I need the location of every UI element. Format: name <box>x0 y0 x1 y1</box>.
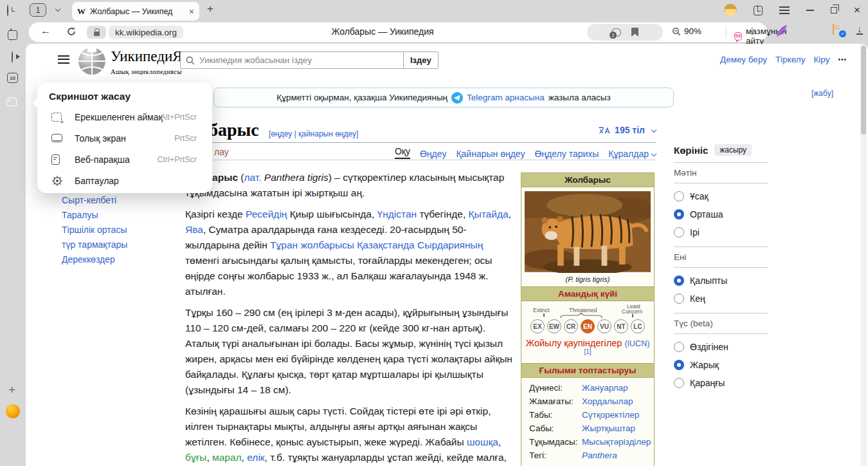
side-panels-icon[interactable] <box>754 6 763 15</box>
browser-tab[interactable]: W Жолбарыс — Уикипед × <box>72 2 199 21</box>
browser-menu-icon[interactable] <box>779 6 790 14</box>
radio-text-small[interactable]: Ұсақ <box>674 191 768 201</box>
wiki-link[interactable]: Ресейдің <box>246 209 287 219</box>
bookmark-icon[interactable] <box>631 28 638 37</box>
wiki-link[interactable]: Үндістан <box>377 209 417 219</box>
tab-counter-chevron-icon[interactable] <box>55 6 60 12</box>
wiki-link[interactable]: Тұран жолбарысы <box>270 239 354 250</box>
toc-item[interactable]: Таралуы <box>62 208 174 222</box>
scrollbar-thumb[interactable] <box>861 46 866 135</box>
menu-item-full-screen[interactable]: Толық экран PrtScr <box>37 127 212 149</box>
tab-edit-source[interactable]: Қайнарын өңдеу <box>456 149 525 159</box>
radio-width-standard[interactable]: Қалыпты <box>674 275 768 286</box>
downloads-icon[interactable]: ↓ <box>856 24 863 35</box>
comments-icon[interactable]: 1 <box>611 28 621 37</box>
appearance-hide-button[interactable]: жасыру <box>714 144 752 156</box>
page-scrollbar[interactable] <box>860 44 867 466</box>
donate-link[interactable]: Демеу беру <box>720 55 767 64</box>
back-icon[interactable]: ← <box>41 25 51 37</box>
radio-icon[interactable] <box>674 378 684 388</box>
document-extension-icon[interactable]: ✓ <box>833 23 834 35</box>
radio-color-dark[interactable]: Қараңғы <box>674 378 768 388</box>
yandex-service-icon[interactable] <box>6 404 20 418</box>
menu-item-capture-area[interactable]: Ерекшеленген аймақ Alt+PrtScr <box>37 106 212 127</box>
taxon-link[interactable]: Мысықтәрізділер <box>582 435 651 449</box>
site-security-chip[interactable] <box>87 26 106 39</box>
wiki-link[interactable]: шошқа <box>467 436 498 447</box>
tab-counter-button[interactable]: 1 <box>30 3 46 17</box>
status-text[interactable]: Жойылу қаупіндегілер <box>526 338 622 348</box>
wikipedia-globe-logo[interactable] <box>77 46 107 76</box>
search-input[interactable] <box>199 55 398 65</box>
reload-icon[interactable] <box>66 26 77 37</box>
header-more-icon[interactable]: ••• <box>838 56 847 63</box>
wiki-link[interactable]: марал <box>212 452 242 463</box>
wiki-search-box[interactable] <box>180 51 404 69</box>
taxon-link[interactable]: Сүтқоректілер <box>582 408 639 422</box>
address-bar[interactable]: ← kk.wikipedia.org Жолбарыс — Уикипедия … <box>29 23 767 42</box>
new-tab-button[interactable]: + <box>207 3 213 15</box>
close-window-button[interactable]: × <box>854 4 860 17</box>
taxon-link[interactable]: Жыртқыштар <box>582 422 635 435</box>
add-panel-button[interactable]: + <box>8 383 15 397</box>
wiki-link[interactable]: Ява <box>185 224 203 235</box>
calendar-icon[interactable]: 10 <box>7 73 18 83</box>
telegram-channel-link[interactable]: Telegram арнасына <box>467 93 545 102</box>
wiki-link[interactable]: лат. <box>244 172 262 183</box>
radio-icon[interactable] <box>674 227 684 238</box>
url-domain[interactable]: kk.wikipedia.org <box>109 26 183 39</box>
wiki-link[interactable]: Сырдарияның <box>417 239 483 250</box>
login-link[interactable]: Кіру <box>813 55 829 64</box>
tab-tools[interactable]: Құралдар <box>608 149 656 159</box>
wikipedia-wordmark[interactable]: УикипедиЯ Ашық энциклопедиясы <box>111 49 183 80</box>
radio-icon[interactable] <box>674 360 684 370</box>
history-icon[interactable] <box>7 5 8 17</box>
wiki-link[interactable]: бұғы <box>185 452 206 463</box>
minimize-button[interactable] <box>806 10 814 11</box>
taxon-link[interactable]: Жануарлар <box>582 381 628 395</box>
wiki-menu-icon[interactable] <box>58 55 69 64</box>
register-link[interactable]: Тіркелу <box>775 55 806 64</box>
banner-close-link[interactable]: [жабу] <box>811 89 833 98</box>
radio-icon[interactable] <box>674 209 684 219</box>
extension-feather-icon[interactable] <box>775 24 789 39</box>
taxon-link[interactable]: Panthera <box>582 449 617 462</box>
radio-icon[interactable] <box>674 191 684 201</box>
toc-item[interactable]: Сырт-келбеті <box>62 193 174 207</box>
language-selector[interactable]: 195 тіл <box>598 125 656 135</box>
tab-read[interactable]: Оқу <box>395 146 410 159</box>
tiger-photo[interactable] <box>525 191 651 273</box>
radio-text-medium[interactable]: Орташа <box>674 209 768 219</box>
toc-item[interactable]: Тіршілік ортасы <box>62 223 174 237</box>
menu-item-settings[interactable]: Баптаулар <box>37 170 212 191</box>
search-button[interactable]: Іздеу <box>403 51 439 69</box>
wiki-link[interactable]: Қазақстанда <box>357 239 415 250</box>
hidden-link-fragment[interactable]: лау <box>214 147 229 157</box>
iucn-link[interactable]: (IUCN) <box>624 339 649 348</box>
tabs-panel-icon[interactable] <box>10 28 12 41</box>
radio-color-light[interactable]: Жарық <box>674 360 768 370</box>
title-edit-links[interactable]: [өңдеу | қайнарын өңдеу] <box>269 129 358 138</box>
toc-item[interactable]: Дереккөздер <box>62 252 174 266</box>
radio-width-wide[interactable]: Кең <box>674 294 768 304</box>
wiki-link[interactable]: елік <box>247 452 264 463</box>
menu-item-web-page[interactable]: Веб-парақша Ctrl+PrtScr <box>37 149 212 170</box>
wiki-link[interactable]: Қытайда <box>469 209 509 219</box>
profile-avatar[interactable] <box>724 4 737 17</box>
zoom-control[interactable]: 90% <box>672 26 701 36</box>
tab-history[interactable]: Өңделу тарихы <box>534 149 599 159</box>
video-service-icon[interactable] <box>12 51 13 63</box>
radio-icon[interactable] <box>674 342 684 352</box>
radio-text-large[interactable]: Ірі <box>674 227 768 238</box>
restore-window-button[interactable] <box>831 7 837 14</box>
reference-1[interactable]: [1] <box>584 348 591 355</box>
taxon-link[interactable]: Хордалылар <box>582 395 633 408</box>
languages-icon <box>598 126 611 135</box>
tab-close-icon[interactable]: × <box>189 6 194 17</box>
toc-item[interactable]: түр тармақтары <box>62 238 174 252</box>
address-bar-more-icon[interactable]: ⋮ <box>748 26 757 36</box>
radio-icon[interactable] <box>674 275 684 286</box>
tab-edit[interactable]: Өңдеу <box>420 149 446 159</box>
radio-icon[interactable] <box>674 294 684 304</box>
radio-color-auto[interactable]: Өздігінен <box>674 342 768 352</box>
